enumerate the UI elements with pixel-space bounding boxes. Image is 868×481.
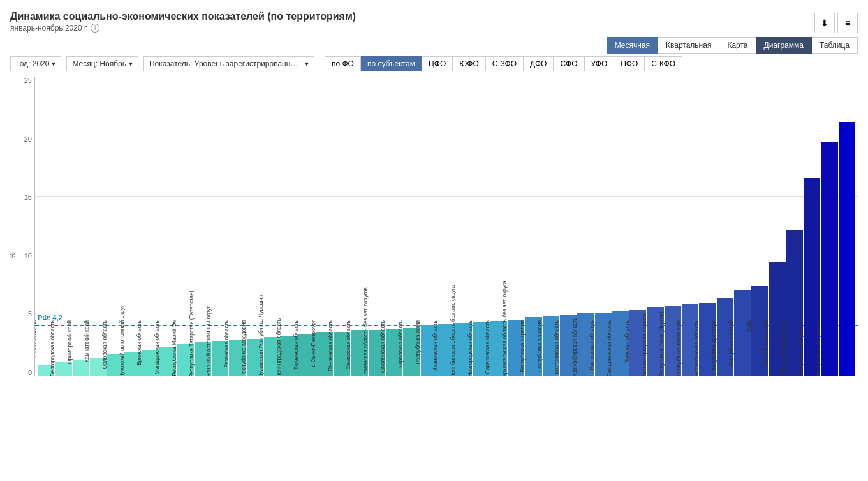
bar <box>403 328 420 376</box>
header-row: Динамика социально-экономических показат… <box>10 10 858 54</box>
bar <box>577 313 594 376</box>
bar-wrap[interactable]: Пензенская область <box>351 77 367 376</box>
bar-wrap[interactable]: г. Севастополь <box>55 77 71 376</box>
bar <box>369 330 385 376</box>
page-title: Динамика социально-экономических показат… <box>10 10 356 24</box>
region-btn-yufo[interactable]: ЮФО <box>453 56 486 71</box>
subtitle: январь-ноябрь 2020 г. i <box>10 24 356 33</box>
bar <box>438 324 455 376</box>
bar-wrap[interactable]: Республика Ингушетия <box>839 77 855 376</box>
bar-wrap[interactable]: Республика Хакасия <box>560 77 577 376</box>
bar-wrap[interactable]: Республика Дагестан <box>804 77 820 376</box>
bar-wrap[interactable]: Ненецкий автономный округ <box>229 77 246 376</box>
bar-wrap[interactable]: Самарская область <box>369 77 385 376</box>
chart-container: % 0 5 10 15 20 25 РФ: 4,2 ...ская област… <box>10 77 858 434</box>
bar <box>821 142 837 376</box>
bar-wrap[interactable]: Челябинская область без авт. округа <box>473 77 489 376</box>
filter-row: Год: 2020 ▾ Месяц: Ноябрь ▾ Показатель: … <box>10 56 858 71</box>
y-axis: 0 5 10 15 20 25 <box>10 77 34 376</box>
bar-wrap[interactable]: Чукотский автономный округ <box>142 77 159 376</box>
bar-wrap[interactable]: Магаданская область <box>177 77 193 376</box>
bar-wrap[interactable]: Новосибирская область <box>595 77 612 376</box>
bar-wrap[interactable]: Республика Татарстан (Татарстан) <box>212 77 228 376</box>
tab-quarterly[interactable]: Квартальная <box>658 37 719 54</box>
region-btn-dfo[interactable]: ДФО <box>524 56 554 71</box>
region-btn-sfo[interactable]: СФО <box>554 56 584 71</box>
bar-wrap[interactable]: г. Санкт-Петербург <box>334 77 350 376</box>
download-button[interactable]: ⬇ <box>814 13 835 33</box>
bar <box>804 178 820 376</box>
indicator-select[interactable]: Показатель: Уровень зарегистрированной б… <box>143 56 314 71</box>
month-select[interactable]: Месяц: Ноябрь ▾ <box>66 56 138 71</box>
chart-inner: РФ: 4,2 ...ская областьг. СевастопольБел… <box>34 77 858 376</box>
bar-wrap[interactable]: Ростовская область <box>612 77 629 376</box>
bar <box>55 362 71 376</box>
bar-wrap[interactable]: Республика Коми <box>438 77 455 376</box>
bar-wrap[interactable]: Орловская область <box>124 77 141 376</box>
bar <box>159 347 176 376</box>
region-btn-cfo[interactable]: ЦФО <box>422 56 453 71</box>
bar <box>38 365 54 376</box>
year-select[interactable]: Год: 2020 ▾ <box>10 56 61 71</box>
tab-map[interactable]: Карта <box>719 37 756 54</box>
bar-wrap[interactable]: Республика Дагестан <box>734 77 751 376</box>
bar <box>107 354 124 376</box>
bar-wrap[interactable]: Свердловская область <box>629 77 646 376</box>
bar-wrap[interactable]: Кировская область <box>421 77 438 376</box>
bar-wrap[interactable]: Брянская область <box>159 77 176 376</box>
bar-wrap[interactable]: Саратовская область <box>508 77 524 376</box>
region-btn-szfo[interactable]: С-ЗФО <box>486 56 524 71</box>
bar <box>229 340 246 376</box>
bar <box>769 262 785 376</box>
bar-wrap[interactable]: Республика Алтай <box>786 77 803 376</box>
bar-wrap[interactable]: Республика Алтай <box>751 77 768 376</box>
info-icon[interactable]: i <box>91 24 99 33</box>
bar-wrap[interactable]: Приморский край <box>90 77 107 376</box>
bar-wrap[interactable]: Рязанская область <box>247 77 263 376</box>
bar <box>647 307 663 376</box>
bar <box>543 316 559 376</box>
bar-wrap[interactable]: ...ская область <box>38 77 54 376</box>
region-btn-skfo[interactable]: С-КФО <box>645 56 682 71</box>
bar-wrap[interactable]: Смоленская область <box>403 77 420 376</box>
bar-wrap[interactable]: Астраханская область <box>717 77 733 376</box>
bar-wrap[interactable]: Республика Марий Эл <box>195 77 211 376</box>
bar-wrap[interactable]: Ивановская область <box>455 77 472 376</box>
bar-wrap[interactable]: Чувашская Республика-Чувашия <box>281 77 298 376</box>
bar-wrap[interactable]: Костромская область <box>577 77 594 376</box>
x-labels <box>35 376 858 444</box>
tab-diagram[interactable]: Диаграмма <box>756 37 812 54</box>
bar-wrap[interactable]: Архангельская область без авт. округа <box>525 77 541 376</box>
tab-monthly[interactable]: Месячная <box>607 37 658 54</box>
bar-wrap[interactable]: Калининградская область <box>665 77 681 376</box>
bar <box>177 344 193 376</box>
bar-wrap[interactable]: Республика Мордовия <box>264 77 281 376</box>
bar-wrap[interactable]: Ленинградская область <box>298 77 315 376</box>
bar-wrap[interactable]: Тыва <box>769 77 785 376</box>
bar-wrap[interactable]: Новгородская область <box>490 77 507 376</box>
bar <box>612 311 629 376</box>
bar <box>455 323 472 376</box>
tab-table[interactable]: Таблица <box>812 37 858 54</box>
chevron-down-icon: ▾ <box>305 59 309 68</box>
bar <box>751 286 768 376</box>
bar <box>560 314 577 376</box>
region-btn-fo[interactable]: по ФО <box>325 56 361 71</box>
bar-wrap[interactable]: Томская область <box>647 77 663 376</box>
bar <box>351 330 367 376</box>
top-icons: ⬇ ≡ <box>814 13 858 33</box>
bar-wrap[interactable]: Республика Ингушетия <box>821 77 837 376</box>
region-btn-subjects[interactable]: по субъектам <box>361 56 422 71</box>
bar-wrap[interactable]: Республика Калмыкия <box>699 77 716 376</box>
menu-button[interactable]: ≡ <box>837 13 858 33</box>
region-btn-pfo[interactable]: ПФО <box>614 56 645 71</box>
region-btn-ufo[interactable]: УФО <box>585 56 615 71</box>
bar-wrap[interactable]: Республика Карелия <box>543 77 559 376</box>
bar <box>682 304 698 376</box>
chevron-down-icon: ▾ <box>129 59 133 68</box>
bar-wrap[interactable]: Тюменская область <box>316 77 333 376</box>
bar-wrap[interactable]: Белгородская область <box>73 77 89 376</box>
bar-wrap[interactable]: Тюменская область без авт. округов <box>386 77 402 376</box>
bar-wrap[interactable]: Камчатский край <box>107 77 124 376</box>
bar-wrap[interactable]: Республика Саха (Якутия) <box>682 77 698 376</box>
